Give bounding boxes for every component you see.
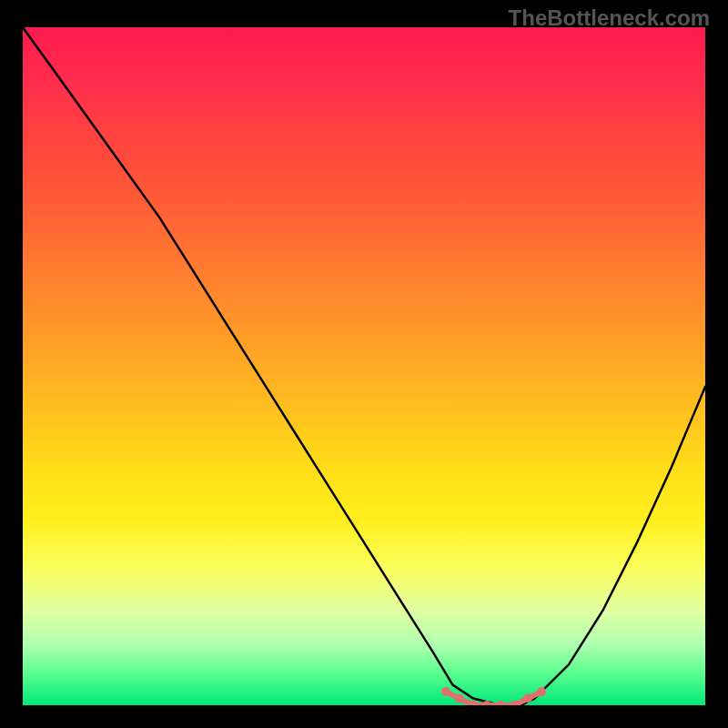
marker-band — [441, 687, 546, 705]
marker-dot — [496, 701, 505, 705]
marker-dot — [455, 694, 464, 703]
chart-container: TheBottleneck.com — [0, 0, 728, 728]
plot-area — [23, 27, 705, 705]
marker-dot — [537, 687, 546, 696]
marker-dot — [441, 687, 450, 696]
marker-dot — [523, 694, 532, 703]
bottleneck-curve — [23, 27, 705, 705]
watermark-text: TheBottleneck.com — [509, 5, 710, 31]
curve-layer — [23, 27, 705, 705]
